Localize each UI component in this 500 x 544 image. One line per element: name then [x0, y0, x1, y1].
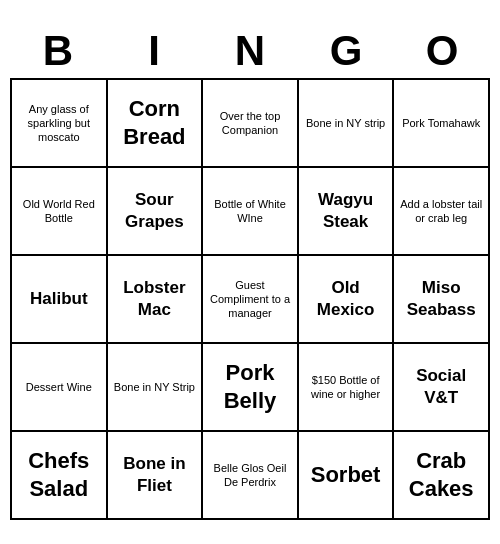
bingo-cell-text-18: $150 Bottle of wine or higher [303, 373, 389, 402]
bingo-cell-24: Crab Cakes [394, 432, 490, 520]
bingo-cell-text-1: Corn Bread [112, 95, 198, 152]
bingo-cell-text-23: Sorbet [311, 461, 381, 490]
bingo-cell-11: Lobster Mac [108, 256, 204, 344]
bingo-cell-7: Bottle of White WIne [203, 168, 299, 256]
bingo-cell-8: Wagyu Steak [299, 168, 395, 256]
bingo-letter-n: N [202, 24, 298, 78]
bingo-cell-text-19: Social V&T [398, 365, 484, 409]
bingo-cell-text-11: Lobster Mac [112, 277, 198, 321]
bingo-cell-text-4: Pork Tomahawk [402, 116, 480, 130]
bingo-letter-b: B [10, 24, 106, 78]
bingo-cell-text-5: Old World Red Bottle [16, 197, 102, 226]
bingo-cell-21: Bone in Fliet [108, 432, 204, 520]
bingo-cell-13: Old Mexico [299, 256, 395, 344]
bingo-cell-text-8: Wagyu Steak [303, 189, 389, 233]
bingo-cell-2: Over the top Companion [203, 80, 299, 168]
bingo-cell-6: Sour Grapes [108, 168, 204, 256]
bingo-card: BINGO Any glass of sparkling but moscato… [10, 24, 490, 520]
bingo-cell-15: Dessert Wine [12, 344, 108, 432]
bingo-cell-3: Bone in NY strip [299, 80, 395, 168]
bingo-cell-22: Belle Glos Oeil De Perdrix [203, 432, 299, 520]
bingo-cell-text-10: Halibut [30, 288, 88, 310]
bingo-cell-text-17: Pork Belly [207, 359, 293, 416]
bingo-cell-text-3: Bone in NY strip [306, 116, 385, 130]
bingo-cell-14: Miso Seabass [394, 256, 490, 344]
bingo-cell-text-21: Bone in Fliet [112, 453, 198, 497]
bingo-cell-text-12: Guest Compliment to a manager [207, 278, 293, 321]
bingo-cell-text-7: Bottle of White WIne [207, 197, 293, 226]
bingo-letter-i: I [106, 24, 202, 78]
bingo-letter-o: O [394, 24, 490, 78]
bingo-cell-text-24: Crab Cakes [398, 447, 484, 504]
bingo-cell-text-20: Chefs Salad [16, 447, 102, 504]
bingo-cell-text-13: Old Mexico [303, 277, 389, 321]
bingo-cell-text-9: Add a lobster tail or crab leg [398, 197, 484, 226]
bingo-cell-16: Bone in NY Strip [108, 344, 204, 432]
bingo-cell-text-6: Sour Grapes [112, 189, 198, 233]
bingo-cell-text-22: Belle Glos Oeil De Perdrix [207, 461, 293, 490]
bingo-cell-9: Add a lobster tail or crab leg [394, 168, 490, 256]
bingo-cell-23: Sorbet [299, 432, 395, 520]
bingo-cell-1: Corn Bread [108, 80, 204, 168]
bingo-letter-g: G [298, 24, 394, 78]
bingo-cell-12: Guest Compliment to a manager [203, 256, 299, 344]
bingo-cell-0: Any glass of sparkling but moscato [12, 80, 108, 168]
bingo-cell-text-2: Over the top Companion [207, 109, 293, 138]
bingo-cell-18: $150 Bottle of wine or higher [299, 344, 395, 432]
bingo-cell-10: Halibut [12, 256, 108, 344]
bingo-cell-17: Pork Belly [203, 344, 299, 432]
bingo-cell-19: Social V&T [394, 344, 490, 432]
bingo-cell-text-15: Dessert Wine [26, 380, 92, 394]
bingo-cell-4: Pork Tomahawk [394, 80, 490, 168]
bingo-cell-text-16: Bone in NY Strip [114, 380, 195, 394]
bingo-cell-text-14: Miso Seabass [398, 277, 484, 321]
bingo-cell-text-0: Any glass of sparkling but moscato [16, 102, 102, 145]
bingo-grid: Any glass of sparkling but moscatoCorn B… [10, 78, 490, 520]
bingo-header: BINGO [10, 24, 490, 78]
bingo-cell-5: Old World Red Bottle [12, 168, 108, 256]
bingo-cell-20: Chefs Salad [12, 432, 108, 520]
